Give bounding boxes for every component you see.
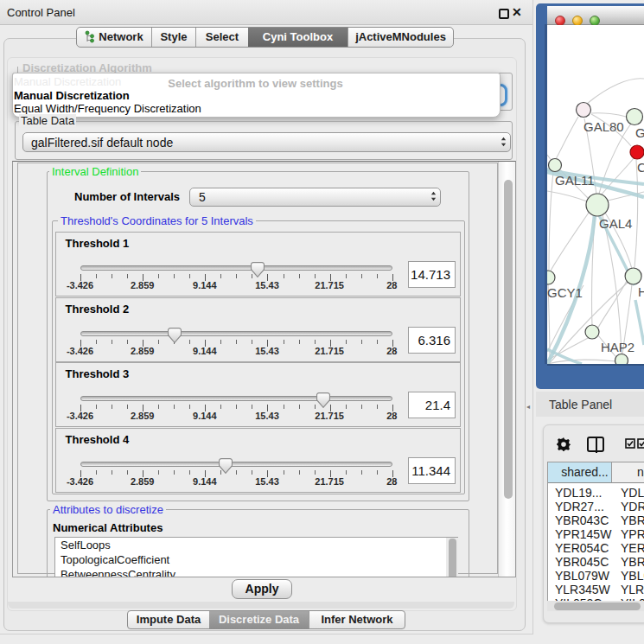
svg-text:GAL4: GAL4 xyxy=(599,216,632,231)
svg-text:GCY1: GCY1 xyxy=(547,285,583,300)
svg-text:HAP2: HAP2 xyxy=(601,340,634,354)
svg-text:GAL11: GAL11 xyxy=(555,173,595,188)
svg-text:CYC8: CYC8 xyxy=(637,160,644,175)
svg-text:HIS4: HIS4 xyxy=(638,284,644,299)
svg-text:GAL80: GAL80 xyxy=(583,119,624,134)
svg-text:GAL7: GAL7 xyxy=(635,125,644,140)
